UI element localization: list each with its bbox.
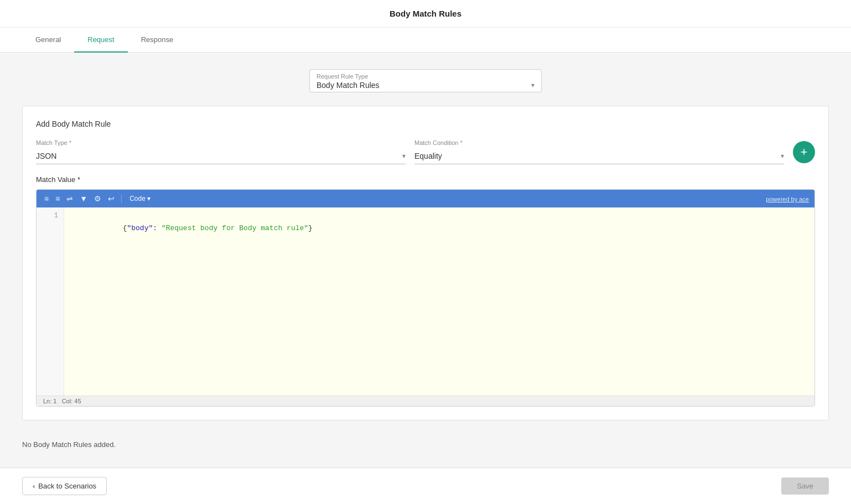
line-number-1: 1 bbox=[42, 212, 58, 220]
editor-statusbar: Ln: 1 Col: 45 bbox=[37, 396, 814, 406]
cursor-line: Ln: 1 bbox=[43, 398, 56, 404]
rule-type-label: Request Rule Type bbox=[316, 73, 535, 80]
add-icon: + bbox=[801, 145, 808, 159]
code-label: Code bbox=[129, 195, 146, 202]
match-condition-value: Equality bbox=[414, 152, 442, 160]
match-type-field: Match Type * JSON ▾ bbox=[36, 139, 406, 164]
tabs-bar: General Request Response bbox=[0, 28, 851, 53]
match-type-value: JSON bbox=[36, 152, 56, 160]
code-line-1: {"body": "Request body for Body match ru… bbox=[71, 212, 808, 245]
tab-request[interactable]: Request bbox=[74, 28, 127, 53]
powered-by-link[interactable]: powered by ace bbox=[766, 196, 809, 202]
page-title: Body Match Rules bbox=[0, 0, 851, 28]
match-value-label: Match Value * bbox=[36, 175, 815, 184]
code-menu-button[interactable]: Code ▾ bbox=[126, 194, 154, 204]
code-string-value: "Request body for Body match rule" bbox=[162, 224, 308, 232]
undo-icon[interactable]: ↩ bbox=[106, 193, 117, 204]
code-key: "body" bbox=[127, 224, 153, 232]
editor-content[interactable]: {"body": "Request body for Body match ru… bbox=[64, 207, 814, 396]
match-type-label: Match Type * bbox=[36, 139, 406, 146]
wrench-icon[interactable]: ⚙ bbox=[92, 193, 103, 204]
match-condition-arrow-icon: ▾ bbox=[781, 152, 784, 160]
rule-type-select[interactable]: Request Rule Type Body Match Rules ▾ bbox=[309, 69, 542, 92]
content-area: Request Rule Type Body Match Rules ▾ Add… bbox=[0, 53, 851, 470]
line-numbers: 1 bbox=[37, 207, 64, 396]
powered-by[interactable]: powered by ace bbox=[766, 194, 809, 203]
filter-icon[interactable]: ▼ bbox=[77, 193, 90, 204]
align-left-icon[interactable]: ≡ bbox=[42, 193, 51, 204]
match-condition-field: Match Condition * Equality ▾ bbox=[414, 139, 784, 164]
code-editor[interactable]: ≡ ≡ ⇌ ▼ ⚙ ↩ Code ▾ powered by ace 1 bbox=[36, 189, 815, 407]
editor-toolbar: ≡ ≡ ⇌ ▼ ⚙ ↩ Code ▾ powered by ace bbox=[37, 190, 814, 207]
tab-general[interactable]: General bbox=[22, 28, 74, 53]
match-type-arrow-icon: ▾ bbox=[402, 152, 406, 160]
card-title: Add Body Match Rule bbox=[36, 119, 815, 128]
add-body-match-rule-card: Add Body Match Rule Match Type * JSON ▾ … bbox=[22, 106, 829, 420]
code-menu-arrow-icon: ▾ bbox=[147, 195, 151, 202]
match-condition-select[interactable]: Equality ▾ bbox=[414, 148, 784, 164]
toolbar-separator bbox=[121, 194, 122, 203]
footer: ‹ Back to Scenarios Save bbox=[0, 467, 851, 470]
match-type-select[interactable]: JSON ▾ bbox=[36, 148, 406, 164]
align-both-icon[interactable]: ⇌ bbox=[64, 193, 75, 204]
match-condition-label: Match Condition * bbox=[414, 139, 784, 146]
cursor-col: Col: 45 bbox=[62, 398, 81, 404]
align-center-icon[interactable]: ≡ bbox=[53, 193, 62, 204]
code-colon: : bbox=[153, 224, 162, 232]
rule-type-value: Body Match Rules bbox=[316, 81, 380, 90]
add-rule-button[interactable]: + bbox=[793, 141, 815, 163]
form-row: Match Type * JSON ▾ Match Condition * Eq… bbox=[36, 139, 815, 164]
tab-response[interactable]: Response bbox=[128, 28, 187, 53]
no-rules-text: No Body Match Rules added. bbox=[22, 432, 829, 453]
rule-type-dropdown-arrow-icon: ▾ bbox=[531, 81, 535, 89]
editor-body: 1 {"body": "Request body for Body match … bbox=[37, 207, 814, 396]
close-brace: } bbox=[308, 224, 313, 232]
rule-type-select-row: Body Match Rules ▾ bbox=[316, 81, 535, 90]
rule-type-container: Request Rule Type Body Match Rules ▾ bbox=[22, 69, 829, 92]
